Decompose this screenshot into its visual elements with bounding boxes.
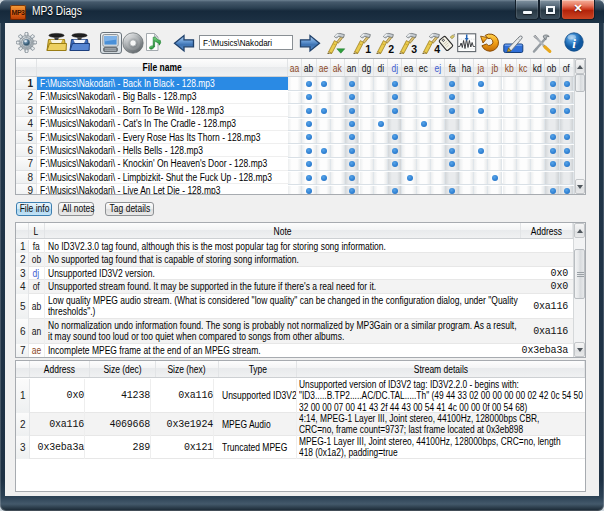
svg-text:1: 1	[365, 43, 371, 55]
svg-text:i: i	[572, 36, 576, 51]
svg-text:3: 3	[411, 43, 417, 55]
svg-text:2: 2	[388, 43, 394, 55]
